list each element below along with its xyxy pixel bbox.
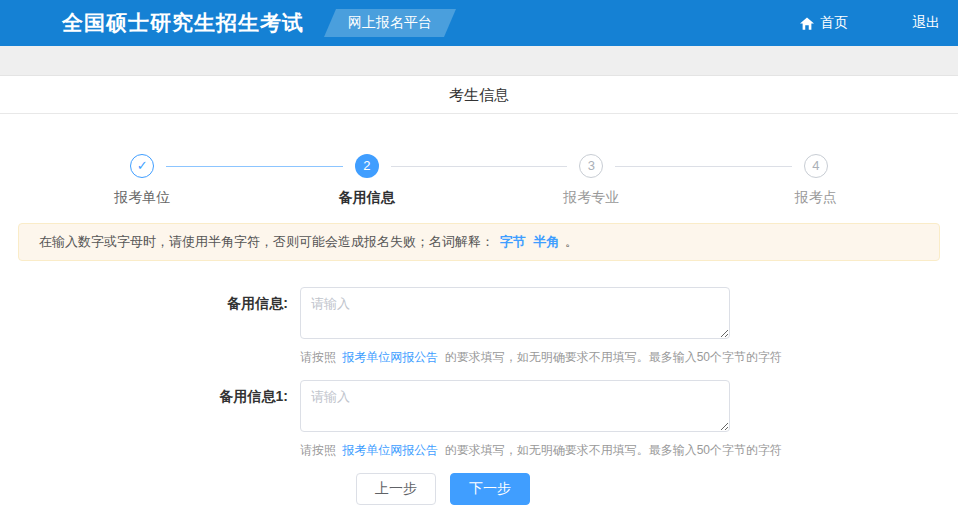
- backup-info-field: 请按照 报考单位网报公告 的要求填写，如无明确要求不用填写。最多输入50个字节的…: [300, 287, 782, 366]
- backup-info1-textarea[interactable]: [300, 380, 730, 432]
- section-title-bar: 考生信息: [0, 76, 958, 114]
- site-title: 全国硕士研究生招生考试: [62, 9, 304, 37]
- backup-info1-label: 备用信息1:: [0, 380, 300, 459]
- candidate-info-form: 备用信息: 请按照 报考单位网报公告 的要求填写，如无明确要求不用填写。最多输入…: [0, 287, 958, 505]
- halfwidth-term-link[interactable]: 半角: [533, 234, 559, 249]
- backup-info-label: 备用信息:: [0, 287, 300, 366]
- step-label: 报考专业: [479, 189, 704, 207]
- byte-term-link[interactable]: 字节: [500, 234, 526, 249]
- step-number: 3: [579, 154, 603, 178]
- brand: 全国硕士研究生招生考试 网上报名平台: [14, 9, 456, 37]
- platform-badge: 网上报名平台: [324, 9, 456, 37]
- backup-info-help: 请按照 报考单位网报公告 的要求填写，如无明确要求不用填写。最多输入50个字节的…: [300, 349, 782, 366]
- unit-announcement-link[interactable]: 报考单位网报公告: [342, 443, 438, 457]
- backup-info1-field: 请按照 报考单位网报公告 的要求填写，如无明确要求不用填写。最多输入50个字节的…: [300, 380, 782, 459]
- step-label: 报考点: [704, 189, 929, 207]
- step-label: 报考单位: [30, 189, 255, 207]
- step-number: 2: [355, 154, 379, 178]
- step-application-unit[interactable]: ✓ 报考单位: [30, 154, 255, 207]
- step-label: 备用信息: [255, 189, 480, 207]
- header-actions: 首页 退出: [800, 14, 944, 32]
- logout-link[interactable]: 退出: [912, 14, 940, 32]
- help-suffix: 的要求填写，如无明确要求不用填写。最多输入50个字节的字符: [445, 350, 782, 364]
- step-application-major[interactable]: 3 报考专业: [479, 154, 704, 207]
- spacer-band: [0, 46, 958, 76]
- step-exam-site[interactable]: 4 报考点: [704, 154, 929, 207]
- stepper: ✓ 报考单位 2 备用信息 3 报考专业 4 报考点: [0, 114, 958, 207]
- backup-info1-row: 备用信息1: 请按照 报考单位网报公告 的要求填写，如无明确要求不用填写。最多输…: [0, 380, 958, 459]
- home-link[interactable]: 首页: [800, 14, 848, 32]
- step-backup-info[interactable]: 2 备用信息: [255, 154, 480, 207]
- step-check-icon: ✓: [130, 154, 154, 178]
- help-suffix: 的要求填写，如无明确要求不用填写。最多输入50个字节的字符: [445, 443, 782, 457]
- unit-announcement-link[interactable]: 报考单位网报公告: [342, 350, 438, 364]
- home-label: 首页: [820, 14, 848, 32]
- step-number: 4: [804, 154, 828, 178]
- next-step-button[interactable]: 下一步: [450, 473, 530, 505]
- backup-info-textarea[interactable]: [300, 287, 730, 339]
- backup-info1-help: 请按照 报考单位网报公告 的要求填写，如无明确要求不用填写。最多输入50个字节的…: [300, 442, 782, 459]
- page-title: 考生信息: [449, 86, 509, 103]
- top-header: 全国硕士研究生招生考试 网上报名平台 首页 退出: [0, 0, 958, 46]
- help-prefix: 请按照: [300, 443, 336, 457]
- backup-info-row: 备用信息: 请按照 报考单位网报公告 的要求填写，如无明确要求不用填写。最多输入…: [0, 287, 958, 366]
- notice-banner: 在输入数字或字母时，请使用半角字符，否则可能会造成报名失败；名词解释： 字节 半…: [18, 223, 940, 261]
- app-window: 全国硕士研究生招生考试 网上报名平台 首页 退出 考生信息 ✓ 报考单位 2 备…: [0, 0, 958, 505]
- home-icon: [800, 17, 814, 30]
- previous-step-button[interactable]: 上一步: [356, 473, 436, 505]
- form-buttons: 上一步 下一步: [356, 473, 958, 505]
- notice-text: 在输入数字或字母时，请使用半角字符，否则可能会造成报名失败；名词解释：: [39, 234, 494, 249]
- help-prefix: 请按照: [300, 350, 336, 364]
- notice-suffix: 。: [565, 234, 578, 249]
